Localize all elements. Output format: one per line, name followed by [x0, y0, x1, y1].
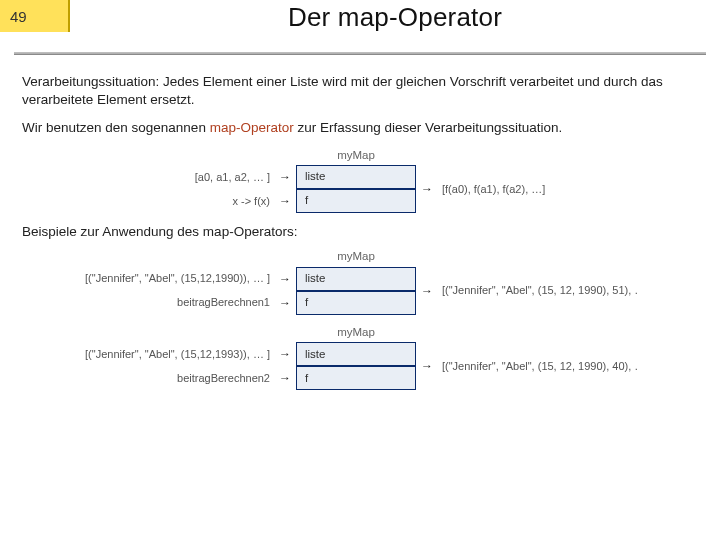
- box-f: f: [296, 291, 416, 315]
- input-fn: beitragBerechnen2: [84, 371, 274, 386]
- box-f: f: [296, 189, 416, 213]
- arrow-icon: →: [416, 183, 438, 195]
- slide-title: Der map-Operator: [70, 0, 720, 33]
- topbar: 49 Der map-Operator: [0, 0, 720, 48]
- arrow-icon: →: [274, 171, 296, 183]
- diagram-title: myMap: [296, 249, 416, 267]
- box-liste: liste: [296, 165, 416, 189]
- arrow-icon: →: [274, 348, 296, 360]
- slide-number: 49: [10, 8, 27, 25]
- box-liste: liste: [296, 342, 416, 366]
- arrow-icon: →: [274, 297, 296, 309]
- arrow-icon: →: [274, 195, 296, 207]
- slide: 49 Der map-Operator Verarbeitungssituati…: [0, 0, 720, 540]
- slide-body: Verarbeitungssituation: Jedes Element ei…: [0, 55, 720, 390]
- slide-number-box: 49: [0, 0, 70, 32]
- input-fn: beitragBerechnen1: [84, 295, 274, 310]
- term-map-operator: map-Operator: [210, 120, 294, 135]
- output-list: [("Jennifer", "Abel", (15, 12, 1990), 40…: [438, 359, 638, 374]
- input-list: [a0, a1, a2, … ]: [84, 170, 274, 185]
- output-list: [("Jennifer", "Abel", (15, 12, 1990), 51…: [438, 283, 638, 298]
- intro-text-a: Wir benutzen den sogenannen: [22, 120, 210, 135]
- box-liste: liste: [296, 267, 416, 291]
- arrow-icon: →: [274, 273, 296, 285]
- paragraph-situation: Verarbeitungssituation: Jedes Element ei…: [22, 73, 700, 109]
- input-list: [("Jennifer", "Abel", (15,12,1993)), … ]: [84, 347, 274, 362]
- input-list: [("Jennifer", "Abel", (15,12,1990)), … ]: [84, 271, 274, 286]
- diagram-example-2: myMap [("Jennifer", "Abel", (15,12,1993)…: [22, 325, 700, 391]
- arrow-icon: →: [416, 360, 438, 372]
- box-f: f: [296, 366, 416, 390]
- output-list: [f(a0), f(a1), f(a2), …]: [438, 182, 638, 197]
- paragraph-intro: Wir benutzen den sogenannen map-Operator…: [22, 119, 700, 137]
- input-fn: x -> f(x): [84, 194, 274, 209]
- intro-text-b: zur Erfassung dieser Verarbeitungssituat…: [294, 120, 563, 135]
- examples-heading: Beispiele zur Anwendung des map-Operator…: [22, 223, 700, 241]
- diagram-example-1: myMap [("Jennifer", "Abel", (15,12,1990)…: [22, 249, 700, 315]
- diagram-title: myMap: [296, 325, 416, 343]
- diagram-title: myMap: [296, 148, 416, 166]
- arrow-icon: →: [416, 285, 438, 297]
- diagram-abstract: myMap [a0, a1, a2, … ] → liste f → [f(a0…: [22, 148, 700, 214]
- arrow-icon: →: [274, 372, 296, 384]
